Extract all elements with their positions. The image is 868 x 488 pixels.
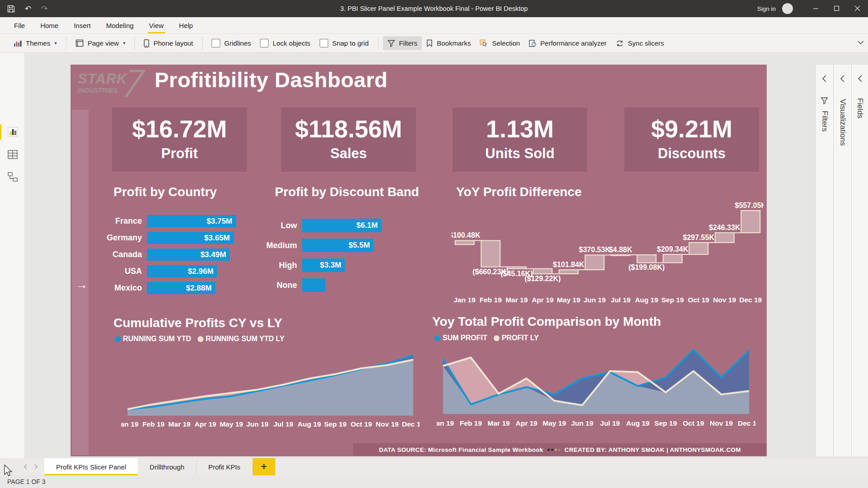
data-view-button[interactable]	[4, 145, 22, 164]
tab-profit-kpis[interactable]: Profit KPIs	[197, 458, 253, 475]
add-page-button[interactable]: +	[253, 458, 275, 475]
page-tab-bar: Profit KPIs Slicer Panel Drillthrough Pr…	[0, 458, 868, 475]
tab-profit-kpis-slicer-panel[interactable]: Profit KPIs Slicer Panel	[44, 458, 138, 475]
bar[interactable]: $2.96M	[147, 265, 217, 277]
waterfall-bar[interactable]	[507, 267, 526, 269]
expand-slicer-arrow-icon[interactable]: →	[75, 278, 88, 292]
bar-row: High$3.3M	[249, 255, 382, 275]
menu-view[interactable]: View	[142, 17, 171, 33]
waterfall-bar[interactable]	[455, 240, 474, 244]
performance-analyzer-button[interactable]: Performance analyzer	[524, 36, 611, 50]
report-view-icon	[8, 127, 18, 137]
title-bar: ↶ ↷ 3. PBI Slicer Panel Example Workbook…	[0, 0, 868, 17]
visualizations-panel-collapsed[interactable]: Visualizations	[833, 65, 851, 456]
phone-layout-button[interactable]: Phone layout	[139, 36, 198, 51]
bookmarks-button[interactable]: Bookmarks	[422, 36, 475, 50]
collapse-ribbon-chevron-icon[interactable]	[857, 38, 864, 47]
menu-modeling[interactable]: Modeling	[99, 17, 142, 33]
expand-panel-chevron-icon[interactable]	[816, 75, 833, 84]
snap-to-grid-checkbox[interactable]: Snap to grid	[315, 36, 373, 51]
axis-label: Oct 19	[683, 419, 704, 427]
bar-chart-profit-by-discount-band[interactable]: Low$6.1MMedium$5.5MHigh$3.3MNone	[249, 216, 382, 295]
gridlines-checkbox[interactable]: Gridlines	[207, 36, 255, 51]
axis-label: Jul 19	[274, 420, 293, 428]
waterfall-bar[interactable]	[689, 243, 708, 254]
avatar[interactable]	[782, 3, 793, 14]
bar[interactable]: $2.88M	[147, 282, 215, 294]
menu-file[interactable]: File	[6, 17, 33, 33]
waterfall-chart-yoy-profit-difference[interactable]: $100.48KJan 19($660.23K)Feb 19($45.16K)M…	[452, 199, 764, 305]
legend-dot-profit-ly	[494, 335, 500, 341]
page-indicator: PAGE 1 OF 3	[7, 478, 46, 485]
menu-home[interactable]: Home	[33, 17, 66, 33]
bar[interactable]: $3.49M	[147, 249, 230, 261]
report-view-button[interactable]	[4, 123, 22, 141]
filters-panel-collapsed[interactable]: Filters	[815, 65, 833, 456]
lock-objects-checkbox[interactable]: Lock objects	[255, 36, 315, 51]
data-label: $4.88K	[609, 246, 632, 253]
bar[interactable]: $5.5M	[302, 239, 373, 252]
model-view-button[interactable]	[4, 168, 22, 186]
menu-help[interactable]: Help	[171, 17, 201, 33]
waterfall-bar[interactable]	[481, 240, 500, 267]
prev-page-arrow-icon[interactable]	[24, 464, 28, 470]
waterfall-bar[interactable]	[533, 269, 552, 274]
kpi-card-profit[interactable]: $16.72M Profit	[112, 108, 247, 172]
axis-label: Apr 19	[194, 420, 217, 428]
axis-label: Jun 19	[571, 419, 593, 427]
themes-button[interactable]: Themes▾	[9, 36, 61, 50]
area-chart-yoy-total-profit[interactable]: Jan 19Feb 19Mar 19Apr 19May 19Jun 19Jul …	[437, 341, 755, 433]
bar[interactable]: $3.65M	[147, 232, 234, 244]
legend-cumulative-profits: RUNNING SUM YTD RUNNING SUM YTD LY	[115, 335, 284, 343]
expand-panel-chevron-icon[interactable]	[834, 75, 851, 84]
close-button[interactable]	[847, 0, 868, 17]
waterfall-bar[interactable]	[663, 254, 682, 263]
bar-row: Germany$3.65M	[95, 230, 236, 246]
gridlines-label: Gridlines	[224, 39, 251, 47]
legend-label: RUNNING SUM YTD	[123, 335, 191, 343]
bar[interactable]: $3.75M	[147, 215, 236, 227]
kpi-card-units-sold[interactable]: 1.13M Units Sold	[453, 108, 587, 172]
next-page-arrow-icon[interactable]	[34, 464, 38, 470]
kpi-card-discounts[interactable]: $9.21M Discounts	[624, 108, 759, 172]
tab-drillthrough[interactable]: Drillthrough	[138, 458, 197, 475]
checkbox-icon[interactable]	[320, 39, 328, 47]
bar-chart-profit-by-country[interactable]: France$3.75MGermany$3.65MCanada$3.49MUSA…	[95, 213, 236, 296]
maximize-button[interactable]	[826, 0, 847, 17]
waterfall-bar[interactable]	[611, 255, 630, 256]
page-view-button[interactable]: Page view▾	[71, 36, 130, 50]
bar[interactable]: $3.3M	[302, 258, 345, 272]
phone-layout-label: Phone layout	[153, 39, 193, 47]
menu-insert[interactable]: Insert	[66, 17, 99, 33]
sign-in-button[interactable]: Sign in	[757, 5, 776, 12]
sync-slicers-button[interactable]: Sync slicers	[611, 36, 669, 50]
waterfall-bar[interactable]	[715, 233, 734, 243]
dashboard-title: Profitibility Dashboard	[155, 67, 388, 92]
kpi-card-sales[interactable]: $118.56M Sales	[281, 108, 416, 172]
waterfall-bar[interactable]	[741, 211, 760, 233]
axis-label: Jan 19	[437, 419, 454, 427]
axis-label: Feb 19	[460, 419, 482, 427]
data-view-icon	[8, 150, 18, 160]
expand-panel-chevron-icon[interactable]	[852, 75, 868, 84]
bar[interactable]: $6.1M	[302, 219, 382, 232]
axis-label: Mar 19	[505, 296, 528, 304]
waterfall-bar[interactable]	[585, 255, 604, 270]
chart-title-yoy-total-profit: Yoy Total Profit Comparison by Month	[432, 314, 661, 329]
axis-label: Nov 19	[713, 296, 736, 304]
bar[interactable]	[302, 278, 326, 292]
waterfall-bar[interactable]	[637, 255, 656, 263]
filters-toggle-button[interactable]: Filters	[383, 36, 422, 50]
minimize-button[interactable]	[806, 0, 826, 17]
checkbox-icon[interactable]	[260, 39, 269, 47]
chart-title-yoy-profit-difference: YoY Profit Difference	[456, 185, 581, 199]
checkbox-icon[interactable]	[212, 39, 220, 47]
fields-panel-collapsed[interactable]: Fields	[851, 65, 868, 456]
waterfall-bar[interactable]	[559, 270, 578, 274]
kpi-value: 1.13M	[453, 115, 587, 143]
area-chart-cumulative-profits[interactable]: Jan 19Feb 19Mar 19Apr 19May 19Jun 19Jul …	[121, 347, 420, 433]
selection-button[interactable]: Selection	[475, 36, 524, 50]
collapsed-slicer-panel[interactable]: →	[72, 110, 89, 455]
sync-slicers-label: Sync slicers	[628, 39, 664, 47]
axis-label: Feb 19	[480, 296, 502, 304]
